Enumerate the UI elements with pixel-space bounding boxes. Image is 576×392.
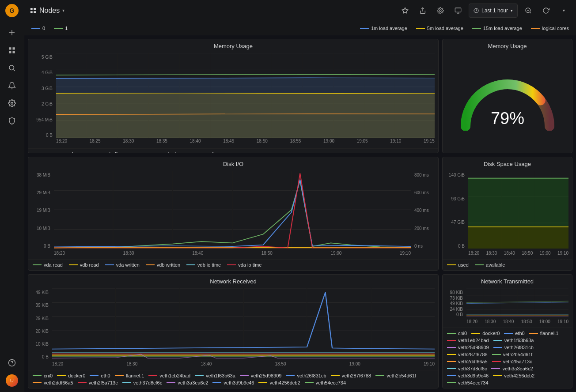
x-disk-1850: 18:50 <box>522 251 533 256</box>
svg-rect-2 <box>9 47 11 49</box>
top-legend-bar: 0 1 1m load average 5m load average 15m … <box>24 21 576 35</box>
dropdown-arrow[interactable]: ▾ <box>62 8 64 13</box>
svg-rect-12 <box>30 11 33 13</box>
y-diskio-800ms: 800 ms <box>414 173 435 177</box>
y-disk-47: 47 GiB <box>451 220 465 225</box>
x-disk-1900: 19:00 <box>540 251 551 256</box>
diskspace-title: Disk Space Usage <box>443 157 572 169</box>
y-diskio-600ms: 600 ms <box>414 190 435 195</box>
y-disk-0: 0 B <box>458 244 465 249</box>
x-label-1915: 19:15 <box>424 139 435 143</box>
share-button[interactable] <box>416 4 430 18</box>
alert-icon[interactable] <box>4 78 20 94</box>
legend-1-label: 1 <box>65 26 68 31</box>
clock-icon <box>474 8 479 13</box>
legend-logical-label: logical cores <box>542 26 569 31</box>
star-icon <box>402 7 409 14</box>
y-diskio-200ms: 200 ms <box>414 226 435 231</box>
legend-1-line <box>54 28 63 29</box>
main-content: Nodes ▾ Last 1 hour ▾ ▾ <box>24 0 576 392</box>
y-disk-93: 93 GiB <box>451 196 465 201</box>
legend-5m-label: 5m load average <box>427 26 463 31</box>
more-button[interactable]: ▾ <box>557 4 571 18</box>
svg-rect-4 <box>9 51 11 53</box>
nettrans-chart-svg <box>466 288 568 317</box>
x-diskio-1900: 19:00 <box>330 251 341 256</box>
help-icon[interactable] <box>4 355 20 371</box>
topbar: Nodes ▾ Last 1 hour ▾ ▾ <box>24 0 576 21</box>
star-button[interactable] <box>398 4 412 18</box>
svg-rect-5 <box>13 51 15 53</box>
y-diskio-0: 0 B <box>44 244 50 249</box>
memory-usage-panel: Memory Usage 5 GiB 4 GiB 3 GiB 2 GiB 954… <box>28 39 439 153</box>
svg-line-22 <box>530 12 531 13</box>
y-disk-140: 140 GiB <box>449 173 465 177</box>
time-dropdown-arrow: ▾ <box>511 8 513 13</box>
dashboard-grid: Memory Usage 5 GiB 4 GiB 3 GiB 2 GiB 954… <box>24 35 576 392</box>
zoom-button[interactable] <box>521 4 535 18</box>
settings-button[interactable] <box>433 4 447 18</box>
grafana-logo[interactable]: G <box>5 4 19 18</box>
explore-icon[interactable] <box>4 60 20 76</box>
topbar-title: Nodes ▾ <box>30 7 64 15</box>
page-title: Nodes <box>39 7 60 15</box>
y-label-5gib: 5 GiB <box>42 55 53 60</box>
memory-chart-svg <box>56 53 435 138</box>
x-label-1830: 18:30 <box>123 139 134 143</box>
diskio-panel: Disk I/O 38 MiB 29 MiB 19 MiB 10 MiB 0 B <box>28 157 439 271</box>
legend-mem-cached: memory cached <box>130 151 176 153</box>
refresh-icon <box>542 7 549 14</box>
legend-15m-line <box>472 28 481 29</box>
x-label-1835: 18:35 <box>156 139 167 143</box>
diskio-title: Disk I/O <box>28 157 438 169</box>
legend-0: 0 <box>31 26 45 31</box>
x-label-1825: 18:25 <box>90 139 101 143</box>
y-label-2gib: 2 GiB <box>42 102 53 106</box>
x-label-1905: 19:05 <box>357 139 368 143</box>
shield-icon[interactable] <box>4 113 20 129</box>
user-avatar[interactable]: U <box>4 373 20 388</box>
refresh-button[interactable] <box>539 4 553 18</box>
legend-mem-free-label: memory free <box>193 151 220 153</box>
x-disk-1910: 19:10 <box>557 251 568 256</box>
settings-icon[interactable] <box>4 95 20 111</box>
svg-point-16 <box>440 10 441 11</box>
sidebar: G U <box>0 0 24 392</box>
netrecv-panel: Network Received 49 KiB 39 KiB 29 KiB 20… <box>28 274 439 388</box>
x-diskio-1850: 18:50 <box>261 251 273 256</box>
diskio-legend: vda read vdb read vda written vdb writte… <box>28 259 438 270</box>
y-diskio-19: 19 MiB <box>37 208 50 213</box>
x-label-1840: 18:40 <box>190 139 201 143</box>
y-label-3gib: 3 GiB <box>42 86 53 91</box>
y-diskio-0ns: 0 ns <box>414 244 435 249</box>
legend-logical: logical cores <box>531 26 569 31</box>
y-diskio-10: 10 MiB <box>37 226 50 231</box>
x-label-1910: 19:10 <box>390 139 401 143</box>
x-disk-1830: 18:30 <box>486 251 497 256</box>
svg-point-6 <box>9 65 14 70</box>
gauge-wrap: 79% <box>457 73 558 131</box>
y-diskio-29: 29 MiB <box>37 190 50 195</box>
nettrans-chart-area: 98 KiB 73 KiB 49 KiB 24 KiB 0 B <box>443 286 572 328</box>
gauge-title: Memory Usage <box>488 39 527 51</box>
time-range-button[interactable]: Last 1 hour ▾ <box>469 4 518 18</box>
netrecv-chart-svg <box>52 288 435 359</box>
memory-usage-title: Memory Usage <box>28 39 438 51</box>
add-icon[interactable] <box>4 25 20 41</box>
legend-mem-buffers-label: memory buffers <box>91 151 124 153</box>
gauge-container: 79% <box>457 51 558 153</box>
netrecv-chart-area: 49 KiB 39 KiB 29 KiB 20 KiB 10 KiB 0 B <box>28 286 438 370</box>
monitor-button[interactable] <box>451 4 465 18</box>
x-diskio-1840: 18:40 <box>192 251 203 256</box>
dashboard-icon[interactable] <box>4 42 20 58</box>
x-diskio-1830: 18:30 <box>123 251 134 256</box>
gauge-svg: 79% <box>457 73 558 131</box>
x-disk-1820: 18:20 <box>468 251 479 256</box>
legend-15m: 15m load average <box>472 26 522 31</box>
memory-usage-chart-area: 5 GiB 4 GiB 3 GiB 2 GiB 954 MiB 0 B <box>28 51 438 148</box>
y-diskio-400ms: 400 ms <box>414 208 435 213</box>
share-icon <box>419 7 426 14</box>
legend-mem-cached-label: memory cached <box>141 151 176 153</box>
legend-5m: 5m load average <box>416 26 463 31</box>
x-diskio-1910: 19:10 <box>400 251 411 256</box>
